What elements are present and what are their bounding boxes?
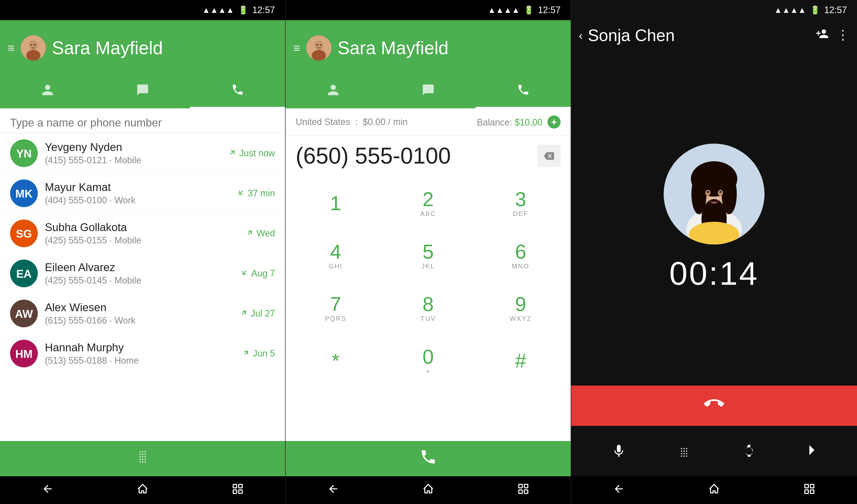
recents-nav-2[interactable]: [517, 483, 529, 498]
contact-avatar: MK: [10, 180, 38, 207]
key-main: 9: [515, 294, 526, 314]
contact-phone: (513) 555-0188 · Home: [45, 355, 235, 366]
contact-phone: (415) 555-0121 · Mobile: [45, 155, 221, 166]
app-header-2: ≡ Sara Mayfield: [286, 20, 571, 75]
calls-icon-2: [517, 83, 530, 99]
call-meta: Aug 7: [241, 268, 275, 279]
dialer-content: United States : $0.00 / min Balance: $10…: [286, 108, 571, 441]
contact-phone: (404) 555-0100 · Work: [45, 195, 230, 206]
contact-info: Mayur Kamat (404) 555-0100 · Work: [45, 181, 230, 206]
back-nav-2[interactable]: [327, 483, 339, 498]
key-sub: TUV: [420, 315, 436, 322]
tab-contacts-1[interactable]: [0, 75, 95, 108]
tab-contacts-2[interactable]: [286, 75, 381, 108]
more-options-button[interactable]: ⋮: [836, 27, 850, 43]
key-button[interactable]: 3 DEF: [476, 179, 566, 228]
svg-point-2: [26, 50, 40, 61]
back-nav-1[interactable]: [41, 483, 54, 498]
key-button[interactable]: 5 JKL: [383, 231, 473, 281]
key-sub: GHI: [329, 262, 342, 270]
call-item[interactable]: SG Subha Gollakota (425) 555-0155 · Mobi…: [0, 214, 285, 253]
call-contact-name: Sonja Chen: [588, 26, 811, 45]
key-button[interactable]: 0 +: [383, 336, 473, 386]
speaker-button[interactable]: [742, 443, 757, 459]
svg-text:YN: YN: [16, 147, 32, 160]
header-avatar-2: [306, 35, 332, 61]
home-nav-2[interactable]: [422, 483, 434, 498]
dialer-rate-separator: :: [355, 117, 358, 127]
key-button[interactable]: 1: [291, 179, 381, 228]
tab-calls-2[interactable]: [476, 75, 571, 108]
add-person-button[interactable]: [816, 27, 829, 43]
key-main: 1: [330, 193, 341, 214]
key-main: 5: [422, 242, 434, 262]
call-item[interactable]: AW Alex Wiesen (615) 555-0166 · Work Jul…: [0, 293, 285, 334]
key-button[interactable]: 8 TUV: [383, 284, 473, 333]
svg-point-23: [312, 50, 326, 61]
tab-bar-2: [286, 75, 571, 108]
call-item[interactable]: YN Yevgeny Nyden (415) 555-0121 · Mobile…: [0, 133, 285, 173]
contact-name: Yevgeny Nyden: [45, 141, 221, 153]
search-input-1[interactable]: [10, 116, 275, 129]
phone-3: ▲▲▲▲ 🔋 12:57 ‹ Sonja Chen ⋮: [571, 0, 857, 504]
app-header-1: ≡ Sara Mayfield: [0, 20, 285, 75]
play-button[interactable]: [807, 442, 817, 460]
recents-nav-3[interactable]: [803, 483, 816, 498]
menu-icon-1[interactable]: ≡: [7, 41, 15, 55]
header-title-1: Sara Mayfield: [52, 37, 278, 58]
dialpad-button-3[interactable]: [676, 443, 692, 459]
key-main: 6: [515, 242, 526, 262]
end-call-button[interactable]: [571, 386, 857, 426]
key-button[interactable]: *: [291, 336, 381, 386]
contact-info: Subha Gollakota (425) 555-0155 · Mobile: [45, 221, 239, 246]
svg-marker-44: [809, 445, 814, 455]
key-main: #: [515, 351, 526, 371]
call-actions-right: ⋮: [816, 27, 850, 43]
back-button-3[interactable]: ‹: [579, 29, 583, 42]
tab-messages-2[interactable]: [381, 75, 476, 108]
call-meta: Jul 27: [240, 308, 275, 319]
call-meta: Wed: [246, 228, 275, 239]
contact-avatar: EA: [10, 259, 38, 287]
tab-calls-1[interactable]: [190, 75, 285, 108]
contacts-icon-2: [327, 83, 340, 100]
call-item[interactable]: MK Mayur Kamat (404) 555-0100 · Work 37 …: [0, 173, 285, 214]
key-button[interactable]: 6 MNO: [476, 231, 566, 281]
call-item[interactable]: HM Hannah Murphy (513) 555-0188 · Home J…: [0, 334, 285, 374]
key-sub: DEF: [513, 210, 528, 218]
svg-rect-29: [524, 490, 528, 493]
key-sub: JKL: [421, 262, 435, 270]
backspace-button[interactable]: [537, 145, 560, 167]
back-nav-3[interactable]: [613, 483, 625, 498]
dialer-region: United States: [296, 117, 350, 127]
contact-name: Subha Gollakota: [45, 221, 239, 234]
key-sub: MNO: [512, 262, 530, 270]
dialer-number-row: (650) 555-0100: [286, 136, 571, 176]
contact-info: Alex Wiesen (615) 555-0166 · Work: [45, 301, 233, 326]
status-bar-3: ▲▲▲▲ 🔋 12:57: [571, 0, 857, 20]
mute-button[interactable]: [611, 443, 626, 459]
menu-icon-2[interactable]: ≡: [293, 41, 300, 55]
add-balance-button[interactable]: +: [548, 115, 560, 129]
recents-nav-1[interactable]: [232, 483, 244, 498]
svg-rect-18: [239, 484, 242, 488]
key-button[interactable]: 4 GHI: [291, 231, 381, 281]
battery-icon-2: 🔋: [524, 5, 534, 15]
call-direction-icon: [241, 268, 248, 279]
call-item[interactable]: EA Eileen Alvarez (425) 555-0145 · Mobil…: [0, 253, 285, 293]
key-main: 2: [422, 189, 434, 209]
home-nav-3[interactable]: [708, 483, 720, 498]
call-time: Jul 27: [251, 308, 275, 319]
status-bar-1: ▲▲▲▲ 🔋 12:57: [0, 0, 285, 20]
bottom-bar-2[interactable]: [286, 441, 571, 476]
home-nav-1[interactable]: [137, 483, 149, 498]
key-button[interactable]: #: [476, 336, 566, 386]
key-button[interactable]: 2 ABC: [383, 179, 473, 228]
svg-rect-46: [810, 484, 814, 488]
svg-point-41: [707, 191, 709, 193]
key-main: 7: [330, 294, 341, 314]
tab-messages-1[interactable]: [95, 75, 190, 108]
key-button[interactable]: 9 WXYZ: [476, 284, 566, 333]
bottom-bar-1[interactable]: [0, 441, 285, 476]
key-button[interactable]: 7 PQRS: [291, 284, 381, 333]
